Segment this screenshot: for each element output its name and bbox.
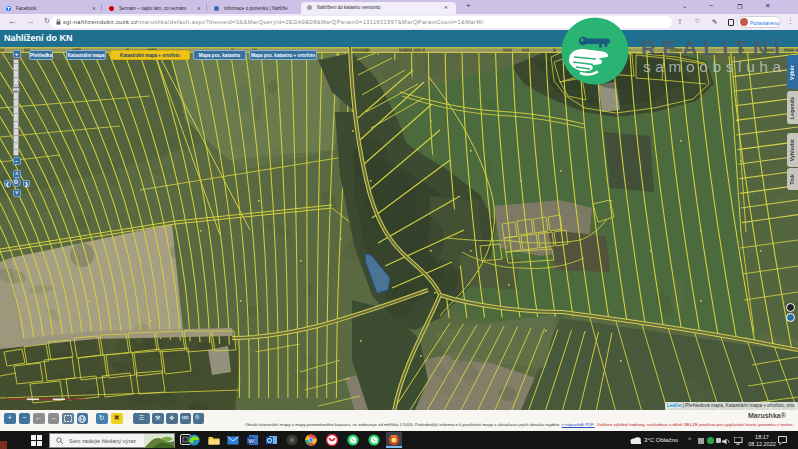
svg-text:W: W xyxy=(248,438,254,444)
